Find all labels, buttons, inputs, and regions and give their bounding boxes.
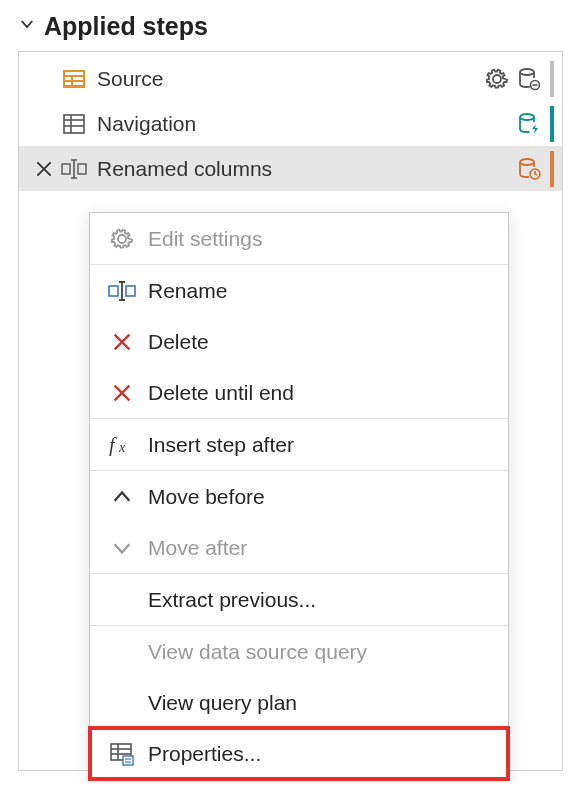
step-label: Source <box>97 67 484 91</box>
menu-delete-until-end[interactable]: Delete until end <box>90 367 508 418</box>
svg-rect-4 <box>65 82 71 85</box>
menu-label: Insert step after <box>148 433 294 457</box>
step-actions <box>516 106 554 142</box>
menu-label: Rename <box>148 279 227 303</box>
menu-label: Properties... <box>148 742 261 766</box>
menu-label: View query plan <box>148 691 297 715</box>
step-label: Renamed columns <box>97 157 516 181</box>
svg-rect-14 <box>62 164 70 174</box>
step-marker <box>550 61 554 97</box>
svg-rect-15 <box>78 164 86 174</box>
step-renamed-columns[interactable]: Renamed columns <box>19 146 562 191</box>
db-clock-icon[interactable] <box>516 156 542 182</box>
svg-point-13 <box>520 114 534 120</box>
db-bolt-icon[interactable] <box>516 111 542 137</box>
step-label: Navigation <box>97 112 516 136</box>
menu-move-after: Move after <box>90 522 508 573</box>
menu-delete[interactable]: Delete <box>90 316 508 367</box>
menu-view-query-plan[interactable]: View query plan <box>90 677 508 728</box>
blank-icon <box>104 637 140 667</box>
context-menu: Edit settings Rename Delete <box>89 212 509 780</box>
menu-label: Move before <box>148 485 265 509</box>
svg-rect-3 <box>73 77 83 80</box>
svg-rect-5 <box>73 82 83 85</box>
menu-view-data-source-query: View data source query <box>90 626 508 677</box>
svg-rect-2 <box>65 77 71 80</box>
menu-edit-settings: Edit settings <box>90 213 508 264</box>
step-source[interactable]: Source <box>19 56 562 101</box>
menu-label: Edit settings <box>148 227 262 251</box>
blank-icon <box>104 688 140 718</box>
svg-rect-1 <box>65 72 83 75</box>
svg-rect-28 <box>123 756 133 765</box>
blank-icon <box>104 585 140 615</box>
menu-properties[interactable]: Properties... <box>90 728 508 779</box>
rename-column-icon <box>61 156 87 182</box>
step-marker <box>550 151 554 187</box>
delete-x-icon <box>104 327 140 357</box>
chevron-down-icon <box>18 15 36 38</box>
rename-icon <box>104 276 140 306</box>
step-navigation[interactable]: Navigation <box>19 101 562 146</box>
delete-x-icon <box>104 378 140 408</box>
menu-label: Move after <box>148 536 247 560</box>
menu-extract-previous[interactable]: Extract previous... <box>90 574 508 625</box>
menu-label: Extract previous... <box>148 588 316 612</box>
svg-rect-20 <box>126 286 135 296</box>
step-marker <box>550 106 554 142</box>
menu-label: Delete <box>148 330 209 354</box>
fx-icon: f x <box>104 430 140 460</box>
chevron-up-icon <box>104 482 140 512</box>
menu-label: View data source query <box>148 640 367 664</box>
menu-rename[interactable]: Rename <box>90 265 508 316</box>
svg-text:f: f <box>109 434 117 456</box>
svg-rect-19 <box>109 286 118 296</box>
svg-rect-9 <box>64 115 84 133</box>
gear-icon[interactable] <box>484 66 510 92</box>
gear-icon <box>104 224 140 254</box>
table-icon <box>61 111 87 137</box>
svg-point-6 <box>520 69 534 75</box>
db-minus-icon[interactable] <box>516 66 542 92</box>
table-properties-icon <box>104 739 140 769</box>
close-icon[interactable] <box>33 158 55 180</box>
source-table-icon <box>61 66 87 92</box>
svg-point-17 <box>520 159 534 165</box>
chevron-down-icon <box>104 533 140 563</box>
step-actions <box>516 151 554 187</box>
menu-label: Delete until end <box>148 381 294 405</box>
applied-steps-panel: Source <box>18 51 563 771</box>
section-title: Applied steps <box>44 12 208 41</box>
menu-move-before[interactable]: Move before <box>90 471 508 522</box>
step-actions <box>484 61 554 97</box>
applied-steps-header[interactable]: Applied steps <box>18 12 563 41</box>
svg-text:x: x <box>118 440 126 455</box>
menu-insert-step-after[interactable]: f x Insert step after <box>90 419 508 470</box>
